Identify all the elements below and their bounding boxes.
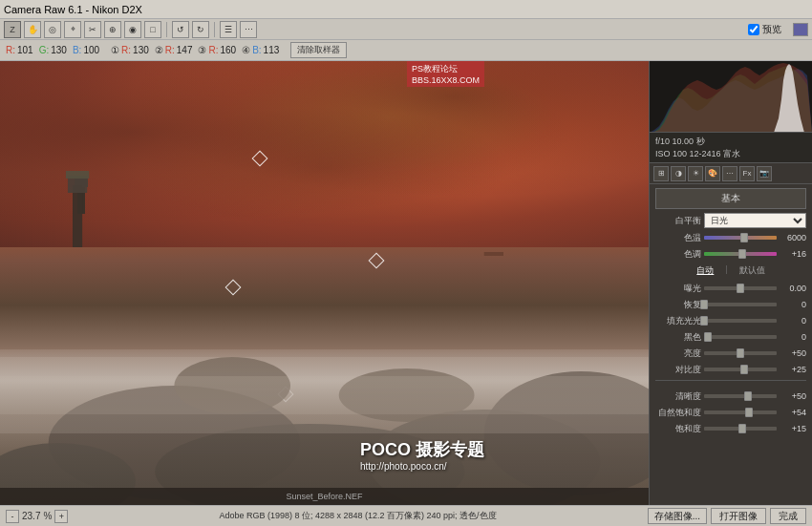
brightness-value: +50 xyxy=(780,348,806,358)
fill-row: 填充光光 0 xyxy=(655,314,806,327)
tool-adjust[interactable]: □ xyxy=(144,21,161,38)
blacks-slider[interactable] xyxy=(704,330,777,344)
fullscreen-btn[interactable] xyxy=(793,23,808,36)
water-layer xyxy=(0,349,649,505)
info-s1: ① R: 130 xyxy=(111,45,149,55)
histogram-svg xyxy=(650,61,812,133)
tool-prefs[interactable]: ☰ xyxy=(220,21,237,38)
toolbar-separator-1 xyxy=(166,22,167,37)
saturation-row: 饱和度 +15 xyxy=(655,422,806,435)
contrast-value: +25 xyxy=(780,365,806,374)
clarity-row: 清晰度 +50 xyxy=(655,389,806,403)
right-panel: f/10 10.00 秒 ISO 100 12-2416 富水 ⊞ ◑ ☀ 🎨 … xyxy=(650,61,812,505)
panel-tool-7[interactable]: 📷 xyxy=(757,166,772,181)
tool-rotate-cw[interactable]: ↻ xyxy=(192,21,209,38)
zoom-unit: % xyxy=(43,511,52,521)
brightness-slider[interactable] xyxy=(704,347,777,360)
saturation-value: +15 xyxy=(780,424,806,433)
info-s3: ③ R: 160 xyxy=(198,45,236,55)
info-bar: R: 101 G: 130 B: 100 ① R: 130 ② R: 147 ③… xyxy=(0,40,812,61)
clear-sample-btn[interactable]: 清除取样器 xyxy=(290,42,347,58)
clouds-layer xyxy=(0,61,649,239)
clarity-slider[interactable] xyxy=(704,389,777,403)
panel-tool-4[interactable]: 🎨 xyxy=(705,166,720,181)
save-image-btn[interactable]: 存储图像... xyxy=(648,508,707,524)
temp-row: 色温 6000 xyxy=(655,231,806,244)
exposure-slider[interactable] xyxy=(704,282,777,295)
contrast-label: 对比度 xyxy=(655,364,701,376)
tool-crop[interactable]: ✂ xyxy=(84,21,101,38)
image-bottom-bar: Sunset_Before.NEF xyxy=(0,488,649,505)
manual-tab[interactable]: 默认值 xyxy=(736,263,769,278)
temp-label: 色温 xyxy=(655,232,701,244)
status-bar: - 23.7 % + Adobe RGB (1998) 8 位; 4288 x … xyxy=(0,505,812,526)
tool-heal[interactable]: ⊕ xyxy=(104,21,121,38)
status-right-buttons: 存储图像... 打开图像 完成 xyxy=(648,508,806,524)
sample-point-2 xyxy=(368,253,384,269)
r-label: R: xyxy=(6,45,15,55)
s2-r: 147 xyxy=(177,45,193,55)
panel-tool-6[interactable]: Fx xyxy=(739,166,755,181)
toolbar-separator-2 xyxy=(214,22,215,37)
recovery-label: 恢复 xyxy=(655,299,701,311)
exposure-value: 0.00 xyxy=(780,284,806,293)
zoom-out-btn[interactable]: - xyxy=(6,510,19,523)
tool-more[interactable]: ⋯ xyxy=(240,21,257,38)
done-btn[interactable]: 完成 xyxy=(770,508,806,524)
saturation-slider[interactable] xyxy=(704,422,777,435)
zoom-in-btn[interactable]: + xyxy=(54,510,68,523)
vibrance-label: 自然饱和度 xyxy=(655,407,701,419)
info-group-samples: ① R: 130 ② R: 147 ③ R: 160 ④ B: 113 xyxy=(111,45,279,55)
brightness-row: 亮度 +50 xyxy=(655,347,806,360)
s3-label: ③ xyxy=(198,45,206,55)
panel-tool-1[interactable]: ⊞ xyxy=(653,166,669,181)
s3-r: 160 xyxy=(220,45,236,55)
open-image-btn[interactable]: 打开图像 xyxy=(711,508,766,524)
saturation-thumb xyxy=(738,424,746,433)
tool-rotate-ccw[interactable]: ↺ xyxy=(172,21,189,38)
tool-wb[interactable]: ◎ xyxy=(44,21,61,38)
preview-wrap: 预览 xyxy=(748,23,781,36)
tool-hand[interactable]: ✋ xyxy=(24,21,41,38)
panel-tool-2[interactable]: ◑ xyxy=(671,166,686,181)
lighthouse xyxy=(77,185,85,214)
image-area[interactable]: Sunset_Before.NEF POCO 摄影专题 http://photo… xyxy=(0,61,650,505)
panel-tool-5[interactable]: ⋯ xyxy=(722,166,737,181)
contrast-slider[interactable] xyxy=(704,363,777,376)
g-value: 130 xyxy=(51,45,67,55)
wb-select[interactable]: 日光 xyxy=(704,213,806,228)
wb-row: 白平衡 日光 xyxy=(655,213,806,228)
tint-slider[interactable] xyxy=(704,247,777,261)
info-r: R: 101 xyxy=(6,45,33,55)
recovery-slider[interactable] xyxy=(704,298,777,311)
panel-tool-3[interactable]: ☀ xyxy=(688,166,703,181)
s2-label: ② xyxy=(155,45,163,55)
recovery-thumb xyxy=(700,300,708,309)
fill-slider[interactable] xyxy=(704,314,777,327)
preview-checkbox[interactable] xyxy=(748,24,759,35)
s1-label: ① xyxy=(111,45,119,55)
exposure-label: 曝光 xyxy=(655,283,701,295)
recovery-value: 0 xyxy=(780,300,806,309)
tool-redeye[interactable]: ◉ xyxy=(124,21,141,38)
brightness-thumb xyxy=(737,348,744,358)
saturation-label: 饱和度 xyxy=(655,423,701,435)
auto-tab[interactable]: 自动 xyxy=(693,263,717,278)
temp-slider[interactable] xyxy=(704,231,777,244)
g-label: G: xyxy=(39,45,50,55)
info-s2: ② R: 147 xyxy=(155,45,193,55)
info-b: B: 100 xyxy=(73,45,99,55)
info-s4: ④ B: 113 xyxy=(242,45,279,55)
zoom-controls: - 23.7 % + xyxy=(6,510,68,523)
section-title-basic: 基本 xyxy=(655,188,806,209)
tool-sample[interactable]: ⌖ xyxy=(64,21,81,38)
exposure-thumb xyxy=(737,284,744,293)
tool-zoom[interactable]: Z xyxy=(4,21,21,38)
tint-label: 色调 xyxy=(655,248,701,261)
clarity-value: +50 xyxy=(780,391,806,401)
vibrance-slider[interactable] xyxy=(704,406,777,419)
exposure-row: 曝光 0.00 xyxy=(655,282,806,295)
toolbar: Z ✋ ◎ ⌖ ✂ ⊕ ◉ □ ↺ ↻ ☰ ⋯ 预览 xyxy=(0,19,812,40)
contrast-row: 对比度 +25 xyxy=(655,363,806,376)
adjustments-panel: 基本 白平衡 日光 色温 6000 色调 xyxy=(650,184,812,505)
